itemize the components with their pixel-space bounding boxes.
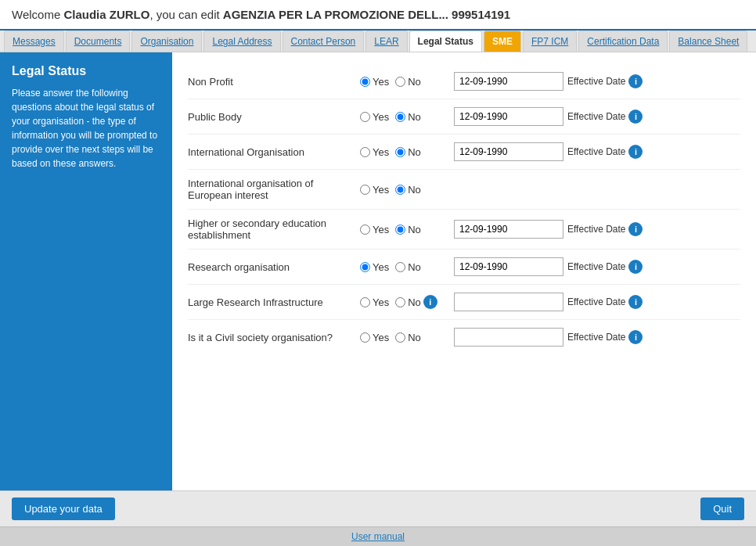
tab-documents[interactable]: Documents bbox=[66, 31, 131, 52]
field-label: Large Research Infrastructure bbox=[188, 296, 360, 308]
effective-date-label: Effective Date bbox=[567, 261, 625, 272]
form-row: International OrganisationYesNoEffective… bbox=[188, 135, 740, 170]
form-area: Non ProfitYesNoEffective DateiPublic Bod… bbox=[172, 52, 756, 490]
mid-text: , you can edit bbox=[149, 8, 222, 21]
yes-radio[interactable] bbox=[360, 225, 370, 235]
yes-radio-label[interactable]: Yes bbox=[360, 296, 389, 308]
yes-radio[interactable] bbox=[360, 77, 370, 87]
yes-radio[interactable] bbox=[360, 112, 370, 122]
info-icon[interactable]: i bbox=[628, 222, 643, 236]
date-input[interactable] bbox=[454, 293, 563, 311]
yes-radio[interactable] bbox=[360, 332, 370, 343]
yes-radio-label[interactable]: Yes bbox=[360, 76, 389, 88]
radio-group: YesNo bbox=[360, 146, 454, 158]
field-label: Is it a Civil society organisation? bbox=[188, 332, 360, 343]
yes-radio-label[interactable]: Yes bbox=[360, 261, 389, 273]
effective-date-label: Effective Date bbox=[567, 224, 625, 235]
no-radio[interactable] bbox=[395, 185, 405, 195]
tab-contact-person[interactable]: Contact Person bbox=[283, 31, 365, 52]
field-label: Research organisation bbox=[188, 261, 360, 273]
tab-fp7-icm[interactable]: FP7 ICM bbox=[523, 31, 577, 52]
sidebar-description: Please answer the following questions ab… bbox=[12, 86, 160, 171]
date-input[interactable] bbox=[454, 142, 563, 161]
form-row: Public BodyYesNoEffective Datei bbox=[188, 99, 740, 135]
info-icon[interactable]: i bbox=[628, 330, 643, 344]
radio-group: YesNo bbox=[360, 261, 454, 273]
form-row: International organisation of European i… bbox=[188, 170, 740, 210]
welcome-text: Welcome bbox=[12, 8, 63, 21]
info-icon[interactable]: i bbox=[628, 74, 643, 88]
no-radio-label[interactable]: No bbox=[395, 224, 421, 235]
effective-date-label: Effective Date bbox=[567, 111, 625, 122]
effective-date-label: Effective Date bbox=[567, 146, 625, 157]
update-data-button[interactable]: Update your data bbox=[12, 498, 115, 520]
no-radio[interactable] bbox=[395, 297, 405, 307]
no-radio-label[interactable]: No bbox=[395, 76, 421, 88]
no-radio[interactable] bbox=[395, 147, 405, 157]
no-radio[interactable] bbox=[395, 332, 405, 343]
info-icon[interactable]: i bbox=[628, 260, 643, 274]
date-input[interactable] bbox=[454, 328, 563, 347]
footer-bar: Update your data Quit bbox=[0, 490, 756, 526]
sidebar-title: Legal Status bbox=[12, 64, 160, 78]
form-row: Higher or secondary education establishm… bbox=[188, 210, 740, 250]
radio-group: YesNo bbox=[360, 76, 454, 88]
no-radio[interactable] bbox=[395, 225, 405, 235]
user-manual-bar: User manual bbox=[0, 526, 756, 546]
info-icon[interactable]: i bbox=[628, 110, 643, 124]
no-radio-label[interactable]: No bbox=[395, 332, 421, 343]
radio-group: YesNo bbox=[360, 332, 454, 343]
tab-lear[interactable]: LEAR bbox=[365, 31, 407, 52]
date-input[interactable] bbox=[454, 220, 563, 239]
radio-group: YesNo bbox=[360, 224, 454, 235]
tab-organisation[interactable]: Organisation bbox=[131, 31, 202, 52]
header: Welcome Claudia ZURLO, you can edit AGEN… bbox=[0, 0, 756, 31]
yes-radio-label[interactable]: Yes bbox=[360, 146, 389, 158]
no-radio-label[interactable]: Noi bbox=[395, 295, 437, 309]
info-icon[interactable]: i bbox=[628, 145, 643, 159]
date-input[interactable] bbox=[454, 72, 563, 91]
yes-radio[interactable] bbox=[360, 147, 370, 157]
extra-info-icon[interactable]: i bbox=[423, 295, 437, 309]
no-radio-label[interactable]: No bbox=[395, 261, 421, 273]
tab-legal-address[interactable]: Legal Address bbox=[203, 31, 280, 52]
date-input[interactable] bbox=[454, 107, 563, 126]
tab-certification-data[interactable]: Certification Data bbox=[578, 31, 668, 52]
quit-button[interactable]: Quit bbox=[700, 498, 744, 520]
no-radio-label[interactable]: No bbox=[395, 146, 421, 158]
yes-radio-label[interactable]: Yes bbox=[360, 111, 389, 123]
no-radio-label[interactable]: No bbox=[395, 111, 421, 123]
no-radio[interactable] bbox=[395, 112, 405, 122]
form-row: Large Research InfrastructureYesNoiEffec… bbox=[188, 285, 740, 320]
date-input[interactable] bbox=[454, 257, 563, 276]
form-row: Is it a Civil society organisation?YesNo… bbox=[188, 320, 740, 354]
org-name: AGENZIA PER LA PROMOZIONE DELL... bbox=[223, 8, 448, 21]
radio-group: YesNoi bbox=[360, 295, 454, 309]
effective-date-label: Effective Date bbox=[567, 332, 625, 343]
yes-radio-label[interactable]: Yes bbox=[360, 332, 389, 343]
user-name: Claudia ZURLO bbox=[63, 8, 149, 21]
no-radio[interactable] bbox=[395, 262, 405, 272]
yes-radio[interactable] bbox=[360, 262, 370, 272]
radio-group: YesNo bbox=[360, 111, 454, 123]
org-id: 999514191 bbox=[452, 8, 510, 21]
tab-sme[interactable]: SME bbox=[484, 31, 521, 52]
field-label: Public Body bbox=[188, 111, 360, 123]
info-icon[interactable]: i bbox=[628, 295, 643, 309]
radio-group: YesNo bbox=[360, 184, 454, 196]
tab-messages[interactable]: Messages bbox=[4, 31, 64, 52]
sidebar: Legal Status Please answer the following… bbox=[0, 52, 172, 490]
user-manual-link[interactable]: User manual bbox=[351, 531, 405, 542]
no-radio[interactable] bbox=[395, 77, 405, 87]
no-radio-label[interactable]: No bbox=[395, 184, 421, 196]
yes-radio-label[interactable]: Yes bbox=[360, 184, 389, 196]
effective-date-label: Effective Date bbox=[567, 296, 625, 307]
yes-radio-label[interactable]: Yes bbox=[360, 224, 389, 235]
effective-date-label: Effective Date bbox=[567, 76, 625, 87]
form-row: Research organisationYesNoEffective Date… bbox=[188, 250, 740, 285]
tab-legal-status[interactable]: Legal Status bbox=[409, 31, 482, 52]
tab-balance-sheet[interactable]: Balance Sheet bbox=[669, 31, 747, 52]
field-label: International Organisation bbox=[188, 146, 360, 158]
yes-radio[interactable] bbox=[360, 185, 370, 195]
yes-radio[interactable] bbox=[360, 297, 370, 307]
